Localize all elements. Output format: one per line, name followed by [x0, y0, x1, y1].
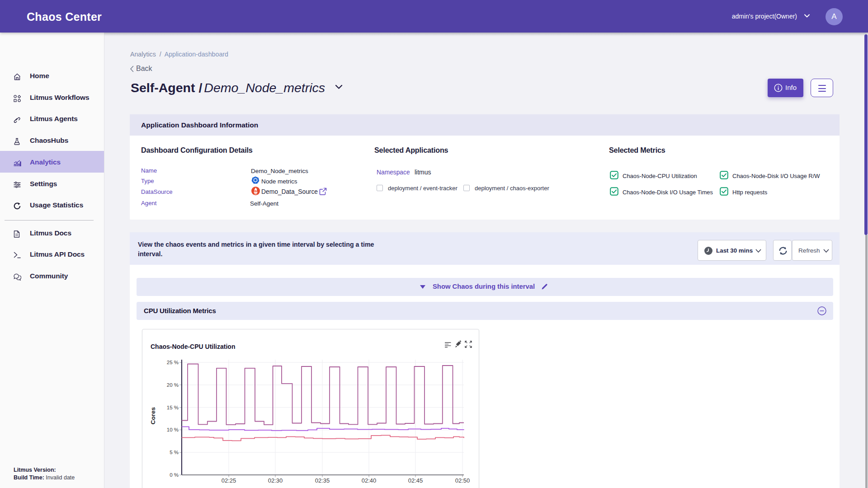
svg-text:02:25: 02:25	[222, 477, 236, 484]
svg-text:02:50: 02:50	[455, 477, 470, 484]
svg-text:15 %: 15 %	[167, 405, 179, 410]
svg-text:5 %: 5 %	[170, 450, 179, 455]
svg-text:0 %: 0 %	[170, 472, 179, 478]
svg-text:02:35: 02:35	[315, 477, 330, 484]
svg-text:02:30: 02:30	[268, 477, 283, 484]
svg-text:25 %: 25 %	[167, 360, 179, 365]
svg-text:10 %: 10 %	[167, 427, 179, 432]
svg-text:02:40: 02:40	[362, 477, 377, 484]
svg-text:02:45: 02:45	[408, 477, 423, 484]
svg-text:20 %: 20 %	[167, 382, 179, 388]
svg-text:Cores: Cores	[150, 407, 156, 424]
